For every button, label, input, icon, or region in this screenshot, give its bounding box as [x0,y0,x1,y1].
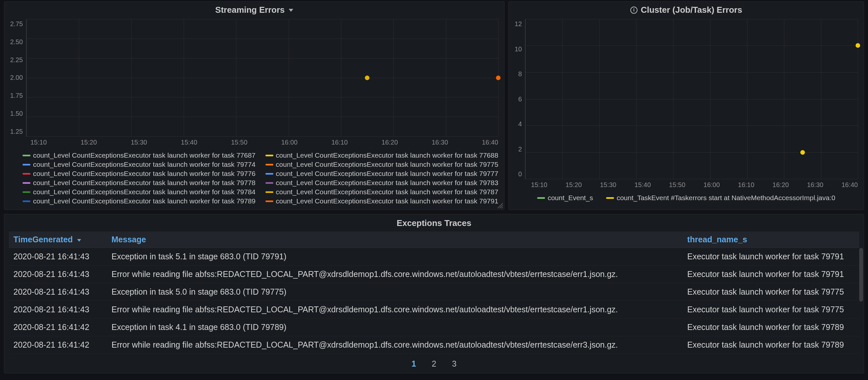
column-header-thread[interactable]: thread_name_s [683,232,859,248]
cell-thread: Executor task launch worker for task 797… [683,336,859,354]
legend-item[interactable]: count_Level CountExceptionsExecutor task… [23,160,256,168]
legend-swatch [23,191,30,193]
scrollbar[interactable] [859,248,863,338]
page-3[interactable]: 3 [452,359,456,369]
cell-time: 2020-08-21 16:41:43 [9,266,107,283]
legend-item[interactable]: count_Level CountExceptionsExecutor task… [266,179,499,187]
column-header-message[interactable]: Message [107,232,683,248]
panel-title-dropdown[interactable]: i Cluster (Job/Task) Errors [515,5,858,15]
cell-thread: Executor task launch worker for task 797… [683,266,859,283]
legend-swatch [23,164,30,166]
legend-swatch [266,182,273,184]
axis-tick: 16:00 [704,181,720,189]
legend-item[interactable]: count_TaskEvent #Taskerrors start at Nat… [606,194,835,202]
table-row[interactable]: 2020-08-21 16:41:43Exception in task 5.1… [9,248,859,266]
panel-title-dropdown[interactable]: Streaming Errors [10,5,498,15]
legend-item[interactable]: count_Level CountExceptionsExecutor task… [266,160,499,168]
data-point[interactable] [800,150,805,155]
resize-handle-icon[interactable] [498,203,503,208]
page-1[interactable]: 1 [412,359,416,369]
axis-tick: 15:50 [231,139,247,146]
axis-tick: 2.25 [10,56,23,64]
legend-label: count_Level CountExceptionsExecutor task… [276,151,499,159]
axis-tick: 15:50 [669,181,685,189]
axis-tick: 15:10 [531,181,547,189]
scroll-thumb[interactable] [859,248,863,301]
axis-tick: 6 [518,95,522,103]
legend-swatch [266,155,273,156]
axis-tick: 15:20 [81,139,97,146]
table-row[interactable]: 2020-08-21 16:41:43Error while reading f… [9,301,859,319]
legend-item[interactable]: count_Level CountExceptionsExecutor task… [266,197,499,205]
cell-message: Error while reading file abfss:REDACTED_… [107,336,683,354]
legend-item[interactable]: count_Event_s [537,194,593,202]
legend-item[interactable]: count_Level CountExceptionsExecutor task… [23,188,256,196]
cell-thread: Executor task launch worker for task 797… [683,301,859,319]
axis-tick: 16:40 [841,181,858,189]
panel-title: Cluster (Job/Task) Errors [641,5,742,15]
legend-swatch [23,155,30,156]
cell-time: 2020-08-21 16:41:43 [9,301,107,319]
table-row[interactable]: 2020-08-21 16:41:42Exception in task 4.1… [9,319,859,336]
cell-thread: Executor task launch worker for task 797… [683,248,859,266]
legend-item[interactable]: count_Level CountExceptionsExecutor task… [266,151,499,159]
axis-tick: 8 [518,70,522,78]
table-row[interactable]: 2020-08-21 16:41:42Error while reading f… [9,336,859,354]
axis-tick: 2.50 [10,38,23,46]
chart-legend: count_Event_scount_TaskEvent #Taskerrors… [515,194,858,202]
sort-desc-icon [77,239,81,242]
axis-tick: 1.25 [10,128,23,136]
legend-label: count_TaskEvent #Taskerrors start at Nat… [617,194,835,202]
legend-swatch [606,197,614,199]
chart-plot-area[interactable] [26,19,498,137]
axis-tick: 12 [515,20,522,28]
chart-legend: count_Level CountExceptionsExecutor task… [23,151,498,205]
axis-tick: 1.75 [10,92,23,99]
table-header-row: TimeGenerated Message thread_name_s [9,232,859,248]
panel-exceptions-traces: Exceptions Traces TimeGenerated Message … [4,214,864,374]
column-header-time[interactable]: TimeGenerated [9,232,107,248]
table-row[interactable]: 2020-08-21 16:41:43Error while reading f… [9,266,859,283]
axis-tick: 16:00 [281,139,298,146]
axis-tick: 2.00 [10,74,23,82]
legend-swatch [23,182,30,184]
legend-item[interactable]: count_Level CountExceptionsExecutor task… [266,188,499,196]
cell-message: Error while reading file abfss:REDACTED_… [107,301,683,319]
axis-tick: 4 [518,120,522,128]
legend-swatch [266,201,273,202]
axis-tick: 16:20 [773,181,789,189]
legend-item[interactable]: count_Level CountExceptionsExecutor task… [266,170,499,178]
chart-x-axis: 15:1015:2015:3015:4015:5016:0016:1016:20… [30,139,498,146]
table-row[interactable]: 2020-08-21 16:41:43Exception in task 5.0… [9,283,859,301]
data-point[interactable] [496,76,500,80]
axis-tick: 16:30 [807,181,823,189]
chart-plot-area[interactable] [525,19,858,179]
page-2[interactable]: 2 [432,359,436,369]
legend-swatch [266,173,273,175]
legend-item[interactable]: count_Level CountExceptionsExecutor task… [23,179,256,187]
axis-tick: 15:40 [634,181,651,189]
legend-label: count_Level CountExceptionsExecutor task… [33,188,256,196]
panel-cluster-errors: i Cluster (Job/Task) Errors 121086420 15… [508,1,864,210]
legend-label: count_Level CountExceptionsExecutor task… [33,151,256,159]
legend-item[interactable]: count_Level CountExceptionsExecutor task… [23,151,256,159]
legend-label: count_Level CountExceptionsExecutor task… [276,170,499,178]
legend-swatch [23,201,30,202]
axis-tick: 0 [518,170,522,178]
cell-message: Exception in task 4.1 in stage 683.0 (TI… [107,319,683,336]
axis-tick: 16:30 [432,139,448,146]
legend-item[interactable]: count_Level CountExceptionsExecutor task… [23,197,256,205]
axis-tick: 15:30 [600,181,616,189]
cell-time: 2020-08-21 16:41:42 [9,319,107,336]
axis-tick: 2.75 [10,20,23,28]
info-icon[interactable]: i [630,6,638,14]
data-point[interactable] [365,76,369,80]
data-point[interactable] [856,43,860,48]
cell-thread: Executor task launch worker for task 797… [683,283,859,301]
legend-label: count_Level CountExceptionsExecutor task… [276,179,499,187]
axis-tick: 16:10 [332,139,348,146]
legend-item[interactable]: count_Level CountExceptionsExecutor task… [23,170,256,178]
axis-tick: 2 [518,146,522,153]
chart-y-axis: 121086420 [515,19,525,179]
legend-swatch [266,191,273,193]
